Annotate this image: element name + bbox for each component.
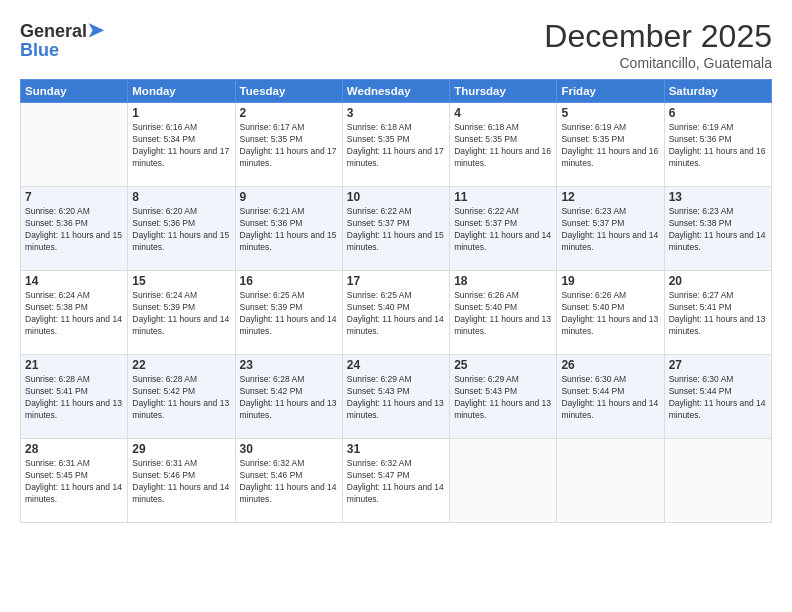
day-number: 23 xyxy=(240,358,338,372)
day-number: 3 xyxy=(347,106,445,120)
table-row: 6Sunrise: 6:19 AMSunset: 5:36 PMDaylight… xyxy=(664,103,771,187)
day-number: 30 xyxy=(240,442,338,456)
day-number: 18 xyxy=(454,274,552,288)
day-info: Sunrise: 6:32 AMSunset: 5:47 PMDaylight:… xyxy=(347,458,445,506)
day-info: Sunrise: 6:25 AMSunset: 5:40 PMDaylight:… xyxy=(347,290,445,338)
location-subtitle: Comitancillo, Guatemala xyxy=(544,55,772,71)
col-saturday: Saturday xyxy=(664,80,771,103)
day-info: Sunrise: 6:27 AMSunset: 5:41 PMDaylight:… xyxy=(669,290,767,338)
day-number: 12 xyxy=(561,190,659,204)
col-monday: Monday xyxy=(128,80,235,103)
day-info: Sunrise: 6:24 AMSunset: 5:38 PMDaylight:… xyxy=(25,290,123,338)
table-row: 9Sunrise: 6:21 AMSunset: 5:36 PMDaylight… xyxy=(235,187,342,271)
day-number: 25 xyxy=(454,358,552,372)
day-number: 31 xyxy=(347,442,445,456)
table-row xyxy=(450,439,557,523)
day-number: 29 xyxy=(132,442,230,456)
day-number: 6 xyxy=(669,106,767,120)
day-info: Sunrise: 6:26 AMSunset: 5:40 PMDaylight:… xyxy=(561,290,659,338)
day-info: Sunrise: 6:24 AMSunset: 5:39 PMDaylight:… xyxy=(132,290,230,338)
day-number: 21 xyxy=(25,358,123,372)
day-info: Sunrise: 6:20 AMSunset: 5:36 PMDaylight:… xyxy=(132,206,230,254)
day-number: 17 xyxy=(347,274,445,288)
calendar-week-row: 28Sunrise: 6:31 AMSunset: 5:45 PMDayligh… xyxy=(21,439,772,523)
table-row xyxy=(664,439,771,523)
col-friday: Friday xyxy=(557,80,664,103)
day-number: 5 xyxy=(561,106,659,120)
table-row: 14Sunrise: 6:24 AMSunset: 5:38 PMDayligh… xyxy=(21,271,128,355)
table-row: 20Sunrise: 6:27 AMSunset: 5:41 PMDayligh… xyxy=(664,271,771,355)
day-info: Sunrise: 6:23 AMSunset: 5:38 PMDaylight:… xyxy=(669,206,767,254)
table-row: 21Sunrise: 6:28 AMSunset: 5:41 PMDayligh… xyxy=(21,355,128,439)
calendar-table: Sunday Monday Tuesday Wednesday Thursday… xyxy=(20,79,772,523)
calendar-page: General➤ Blue December 2025 Comitancillo… xyxy=(0,0,792,612)
day-info: Sunrise: 6:18 AMSunset: 5:35 PMDaylight:… xyxy=(454,122,552,170)
table-row: 27Sunrise: 6:30 AMSunset: 5:44 PMDayligh… xyxy=(664,355,771,439)
day-number: 16 xyxy=(240,274,338,288)
day-info: Sunrise: 6:18 AMSunset: 5:35 PMDaylight:… xyxy=(347,122,445,170)
table-row: 7Sunrise: 6:20 AMSunset: 5:36 PMDaylight… xyxy=(21,187,128,271)
day-info: Sunrise: 6:26 AMSunset: 5:40 PMDaylight:… xyxy=(454,290,552,338)
table-row: 11Sunrise: 6:22 AMSunset: 5:37 PMDayligh… xyxy=(450,187,557,271)
day-info: Sunrise: 6:19 AMSunset: 5:36 PMDaylight:… xyxy=(669,122,767,170)
table-row: 24Sunrise: 6:29 AMSunset: 5:43 PMDayligh… xyxy=(342,355,449,439)
day-number: 7 xyxy=(25,190,123,204)
day-number: 14 xyxy=(25,274,123,288)
day-number: 1 xyxy=(132,106,230,120)
day-info: Sunrise: 6:29 AMSunset: 5:43 PMDaylight:… xyxy=(347,374,445,422)
table-row: 4Sunrise: 6:18 AMSunset: 5:35 PMDaylight… xyxy=(450,103,557,187)
col-wednesday: Wednesday xyxy=(342,80,449,103)
table-row: 30Sunrise: 6:32 AMSunset: 5:46 PMDayligh… xyxy=(235,439,342,523)
page-header: General➤ Blue December 2025 Comitancillo… xyxy=(20,18,772,71)
day-info: Sunrise: 6:31 AMSunset: 5:45 PMDaylight:… xyxy=(25,458,123,506)
table-row: 15Sunrise: 6:24 AMSunset: 5:39 PMDayligh… xyxy=(128,271,235,355)
calendar-week-row: 7Sunrise: 6:20 AMSunset: 5:36 PMDaylight… xyxy=(21,187,772,271)
table-row: 22Sunrise: 6:28 AMSunset: 5:42 PMDayligh… xyxy=(128,355,235,439)
calendar-header-row: Sunday Monday Tuesday Wednesday Thursday… xyxy=(21,80,772,103)
day-info: Sunrise: 6:19 AMSunset: 5:35 PMDaylight:… xyxy=(561,122,659,170)
day-number: 11 xyxy=(454,190,552,204)
col-thursday: Thursday xyxy=(450,80,557,103)
table-row xyxy=(557,439,664,523)
day-number: 4 xyxy=(454,106,552,120)
table-row: 31Sunrise: 6:32 AMSunset: 5:47 PMDayligh… xyxy=(342,439,449,523)
logo-bird-icon: ➤ xyxy=(87,19,104,41)
day-number: 9 xyxy=(240,190,338,204)
day-info: Sunrise: 6:28 AMSunset: 5:42 PMDaylight:… xyxy=(240,374,338,422)
logo-general: General xyxy=(20,21,87,41)
table-row: 10Sunrise: 6:22 AMSunset: 5:37 PMDayligh… xyxy=(342,187,449,271)
day-info: Sunrise: 6:23 AMSunset: 5:37 PMDaylight:… xyxy=(561,206,659,254)
day-number: 2 xyxy=(240,106,338,120)
day-number: 28 xyxy=(25,442,123,456)
col-tuesday: Tuesday xyxy=(235,80,342,103)
table-row: 1Sunrise: 6:16 AMSunset: 5:34 PMDaylight… xyxy=(128,103,235,187)
day-info: Sunrise: 6:25 AMSunset: 5:39 PMDaylight:… xyxy=(240,290,338,338)
table-row: 19Sunrise: 6:26 AMSunset: 5:40 PMDayligh… xyxy=(557,271,664,355)
day-info: Sunrise: 6:30 AMSunset: 5:44 PMDaylight:… xyxy=(669,374,767,422)
logo-text: General➤ xyxy=(20,18,104,42)
day-number: 20 xyxy=(669,274,767,288)
table-row: 16Sunrise: 6:25 AMSunset: 5:39 PMDayligh… xyxy=(235,271,342,355)
table-row: 23Sunrise: 6:28 AMSunset: 5:42 PMDayligh… xyxy=(235,355,342,439)
logo-blue: Blue xyxy=(20,40,59,61)
table-row: 17Sunrise: 6:25 AMSunset: 5:40 PMDayligh… xyxy=(342,271,449,355)
logo: General➤ Blue xyxy=(20,18,104,61)
table-row: 26Sunrise: 6:30 AMSunset: 5:44 PMDayligh… xyxy=(557,355,664,439)
table-row: 12Sunrise: 6:23 AMSunset: 5:37 PMDayligh… xyxy=(557,187,664,271)
table-row: 18Sunrise: 6:26 AMSunset: 5:40 PMDayligh… xyxy=(450,271,557,355)
table-row: 3Sunrise: 6:18 AMSunset: 5:35 PMDaylight… xyxy=(342,103,449,187)
day-number: 22 xyxy=(132,358,230,372)
day-info: Sunrise: 6:17 AMSunset: 5:35 PMDaylight:… xyxy=(240,122,338,170)
day-number: 19 xyxy=(561,274,659,288)
calendar-week-row: 1Sunrise: 6:16 AMSunset: 5:34 PMDaylight… xyxy=(21,103,772,187)
table-row: 28Sunrise: 6:31 AMSunset: 5:45 PMDayligh… xyxy=(21,439,128,523)
day-info: Sunrise: 6:28 AMSunset: 5:41 PMDaylight:… xyxy=(25,374,123,422)
day-info: Sunrise: 6:30 AMSunset: 5:44 PMDaylight:… xyxy=(561,374,659,422)
table-row: 25Sunrise: 6:29 AMSunset: 5:43 PMDayligh… xyxy=(450,355,557,439)
table-row: 13Sunrise: 6:23 AMSunset: 5:38 PMDayligh… xyxy=(664,187,771,271)
table-row xyxy=(21,103,128,187)
day-number: 8 xyxy=(132,190,230,204)
day-number: 13 xyxy=(669,190,767,204)
day-info: Sunrise: 6:31 AMSunset: 5:46 PMDaylight:… xyxy=(132,458,230,506)
day-info: Sunrise: 6:16 AMSunset: 5:34 PMDaylight:… xyxy=(132,122,230,170)
